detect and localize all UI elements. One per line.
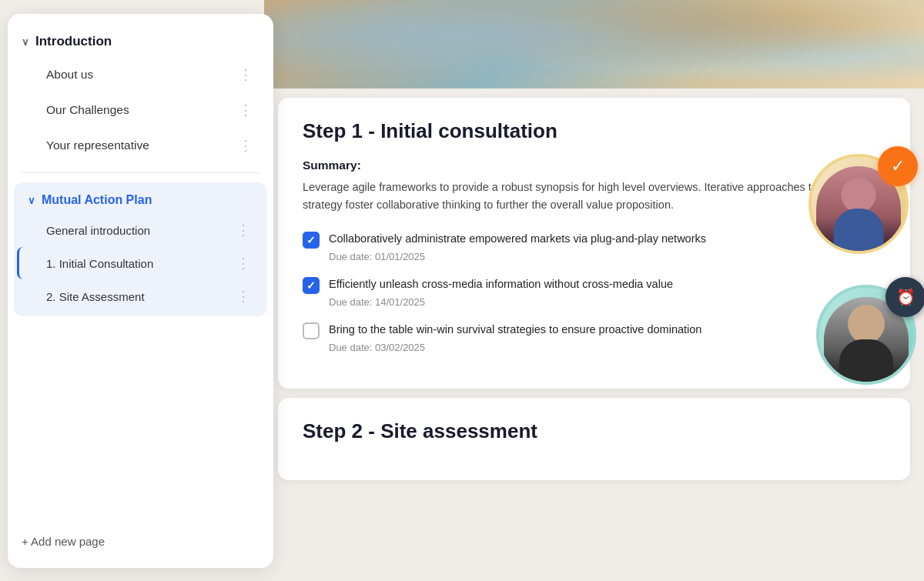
sidebar: ∨ Introduction About us ⋮ Our Challenges… xyxy=(8,14,273,568)
sidebar-divider xyxy=(22,172,259,173)
representative-label: Your representative xyxy=(46,139,149,152)
task-1-due: Due date: 01/01/2025 xyxy=(303,251,886,262)
task-2-text: Efficiently unleash cross-media informat… xyxy=(329,276,673,293)
representative-menu-icon[interactable]: ⋮ xyxy=(239,137,253,154)
mutual-section: ∨ Mutual Action Plan General introductio… xyxy=(14,182,267,316)
site-assessment-menu-icon[interactable]: ⋮ xyxy=(236,288,250,305)
mutual-chevron-icon: ∨ xyxy=(28,195,35,206)
task-2-checkbox[interactable]: ✓ xyxy=(303,277,320,294)
task-row-2: ✓ Efficiently unleash cross-media inform… xyxy=(303,276,886,294)
main-content: Step 1 - Initial consultation Summary: L… xyxy=(264,0,924,581)
challenges-label: Our Challenges xyxy=(46,103,129,117)
mutual-section-header[interactable]: ∨ Mutual Action Plan xyxy=(14,185,267,213)
intro-items: About us ⋮ Our Challenges ⋮ Your represe… xyxy=(8,54,273,166)
sidebar-item-initial-consultation[interactable]: 1. Initial Consultation ⋮ xyxy=(17,247,264,279)
about-us-label: About us xyxy=(46,68,93,82)
task-3-text: Bring to the table win-win survival stra… xyxy=(329,322,701,339)
step2-title: Step 2 - Site assessment xyxy=(303,419,886,443)
add-new-page-button[interactable]: + Add new page xyxy=(8,526,273,554)
intro-section-header[interactable]: ∨ Introduction xyxy=(8,28,273,54)
hero-image xyxy=(264,0,924,88)
task-3-due: Due date: 03/02/2025 xyxy=(303,342,886,353)
mutual-section-label: Mutual Action Plan xyxy=(42,193,152,207)
task-item-1: ✓ Collaboratively administrate empowered… xyxy=(303,231,886,262)
sidebar-item-site-assessment[interactable]: 2. Site Assessment ⋮ xyxy=(17,280,264,312)
initial-consultation-menu-icon[interactable]: ⋮ xyxy=(236,255,250,272)
sidebar-item-about-us[interactable]: About us ⋮ xyxy=(14,58,267,92)
site-assessment-label: 2. Site Assessment xyxy=(46,290,145,303)
sidebar-item-general-intro[interactable]: General introduction ⋮ xyxy=(17,214,264,246)
step1-title: Step 1 - Initial consultation xyxy=(303,119,886,143)
general-intro-label: General introduction xyxy=(46,224,150,237)
sidebar-item-representative[interactable]: Your representative ⋮ xyxy=(14,129,267,162)
check-icon-1: ✓ xyxy=(306,234,316,246)
about-us-menu-icon[interactable]: ⋮ xyxy=(239,66,253,83)
task-item-2: ✓ Efficiently unleash cross-media inform… xyxy=(303,276,886,308)
task-1-checkbox[interactable]: ✓ xyxy=(303,232,320,249)
initial-consultation-label: 1. Initial Consultation xyxy=(46,257,153,270)
challenges-menu-icon[interactable]: ⋮ xyxy=(239,102,253,119)
sidebar-item-challenges[interactable]: Our Challenges ⋮ xyxy=(14,93,267,127)
step1-card: Step 1 - Initial consultation Summary: L… xyxy=(278,98,910,389)
task-1-text: Collaboratively administrate empowered m… xyxy=(329,231,706,248)
general-intro-menu-icon[interactable]: ⋮ xyxy=(236,222,250,239)
task-item-3: Bring to the table win-win survival stra… xyxy=(303,322,886,353)
task-3-checkbox[interactable] xyxy=(303,322,320,339)
task-row-1: ✓ Collaboratively administrate empowered… xyxy=(303,231,886,249)
summary-text: Leverage agile frameworks to provide a r… xyxy=(303,179,886,214)
task-row-3: Bring to the table win-win survival stra… xyxy=(303,322,886,339)
check-icon-2: ✓ xyxy=(306,279,316,292)
scroll-area[interactable]: Step 1 - Initial consultation Summary: L… xyxy=(264,0,924,493)
summary-label: Summary: xyxy=(303,159,886,172)
intro-chevron-icon: ∨ xyxy=(22,36,29,48)
step2-card: Step 2 - Site assessment xyxy=(278,398,910,480)
add-page-label: + Add new page xyxy=(22,535,105,548)
intro-section-label: Introduction xyxy=(35,34,112,49)
task-2-due: Due date: 14/01/2025 xyxy=(303,296,886,308)
